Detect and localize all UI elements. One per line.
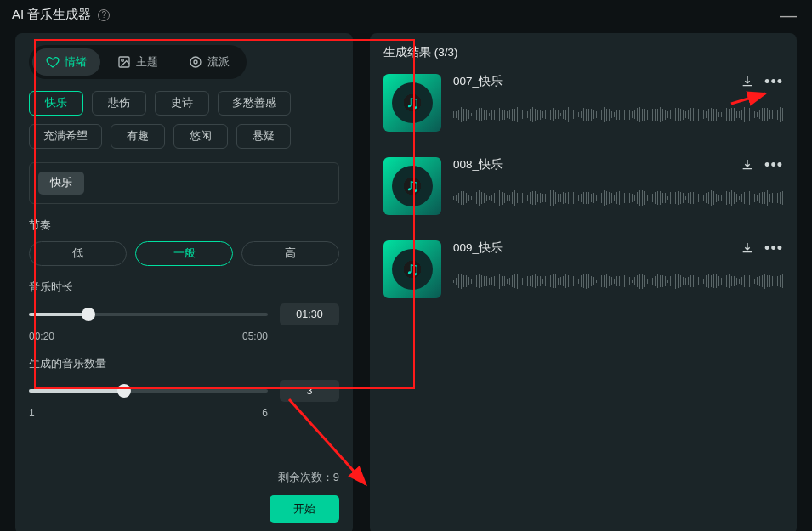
help-icon[interactable]: ? [98,9,110,21]
mood-chip[interactable]: 悲伤 [92,91,146,116]
tempo-option-high[interactable]: 高 [241,241,339,266]
tab-theme[interactable]: 主题 [104,48,172,76]
download-icon [741,75,754,88]
duration-value: 01:30 [280,303,339,325]
count-slider[interactable] [29,389,268,393]
selected-tag[interactable]: 快乐 [38,172,84,195]
selected-tags-box: 快乐 [29,162,339,204]
tempo-option-mid[interactable]: 一般 [135,241,233,266]
tab-genre[interactable]: 流派 [175,48,243,76]
svg-point-2 [190,57,201,67]
tab-label: 情绪 [65,54,87,70]
tab-label: 主题 [136,54,158,70]
download-icon [741,241,754,255]
waveform[interactable] [453,105,783,125]
mood-chip[interactable]: 有趣 [111,124,165,149]
result-thumbnail[interactable]: ♫ [383,157,441,215]
mood-chip[interactable]: 悠闲 [173,124,228,149]
download-button[interactable] [741,158,754,172]
result-item: ♫ 008_快乐 ••• [383,157,783,215]
result-item: ♫ 009_快乐 ••• [383,240,783,298]
svg-point-1 [122,59,124,62]
result-item: ♫ 007_快乐 ••• [383,74,783,132]
music-note-icon: ♫ [406,258,420,280]
mood-chip[interactable]: 快乐 [29,91,83,116]
music-note-icon: ♫ [406,92,420,114]
results-header: 生成结果 (3/3) [383,45,783,60]
tempo-label: 节奏 [29,217,339,233]
mood-chip[interactable]: 多愁善感 [218,91,291,116]
disc-icon [189,55,202,69]
results-panel: 生成结果 (3/3) ♫ 007_快乐 ••• [370,33,797,531]
result-thumbnail[interactable]: ♫ [383,240,441,298]
slider-thumb[interactable] [82,308,95,321]
result-title: 008_快乐 [453,157,503,172]
mood-chip[interactable]: 充满希望 [29,124,102,149]
count-max: 6 [262,407,268,419]
slider-thumb[interactable] [117,384,131,398]
result-title: 007_快乐 [453,74,503,89]
duration-max: 05:00 [242,330,268,342]
download-icon [741,158,754,172]
result-title: 009_快乐 [453,240,503,256]
mood-chip-row: 快乐 悲伤 史诗 多愁善感 充满希望 有趣 悠闲 悬疑 [29,91,339,149]
config-panel: 情绪 主题 流派 快乐 悲伤 史诗 多愁善感 充满希望 有趣 悠闲 悬疑 快乐 … [15,33,353,531]
download-button[interactable] [741,241,754,255]
duration-slider[interactable] [29,313,268,316]
mood-chip[interactable]: 悬疑 [236,124,291,149]
mood-chip[interactable]: 史诗 [155,91,209,116]
tab-label: 流派 [207,54,230,70]
count-min: 1 [29,407,35,419]
result-thumbnail[interactable]: ♫ [383,74,441,132]
more-button[interactable]: ••• [764,160,783,170]
tab-mood[interactable]: 情绪 [32,48,100,76]
music-note-icon: ♫ [406,175,420,197]
waveform[interactable] [453,271,783,291]
tempo-option-low[interactable]: 低 [29,241,127,266]
download-button[interactable] [741,75,754,88]
svg-point-3 [194,60,197,64]
title-bar: AI 音乐生成器 ? — [0,0,812,28]
tempo-row: 低 一般 高 [29,241,339,266]
app-title: AI 音乐生成器 [12,7,91,23]
count-value: 3 [280,380,339,402]
image-icon [117,55,131,69]
waveform[interactable] [453,188,783,208]
count-label: 生成的音乐数量 [29,356,339,371]
more-button[interactable]: ••• [764,243,783,253]
duration-min: 00:20 [29,330,54,342]
duration-label: 音乐时长 [29,280,339,295]
category-tabs: 情绪 主题 流派 [29,45,247,79]
start-button[interactable]: 开始 [270,495,339,523]
heart-icon [46,55,60,69]
more-button[interactable]: ••• [764,76,783,87]
remaining-count: 剩余次数：9 [29,470,339,485]
minimize-button[interactable]: — [776,11,800,20]
